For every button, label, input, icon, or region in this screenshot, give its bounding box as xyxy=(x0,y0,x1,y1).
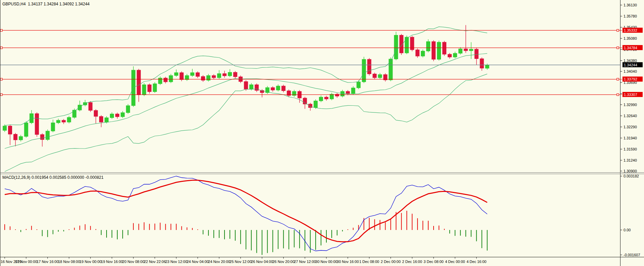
candle xyxy=(469,49,473,51)
time-tick-label: 24 Nov 20:00 xyxy=(208,260,230,264)
candle xyxy=(367,59,371,74)
price-tick-label: 1.35780 xyxy=(623,14,637,18)
candle xyxy=(319,97,323,101)
candle xyxy=(442,42,446,54)
level-badge-label: 1.33792 xyxy=(624,77,637,81)
candle xyxy=(233,72,237,77)
time-tick-label: 3 Dec 08:00 xyxy=(424,260,443,264)
candle xyxy=(115,114,119,117)
candle xyxy=(89,102,92,110)
candle xyxy=(78,105,82,110)
price-tick-label: 1.36130 xyxy=(623,3,637,7)
time-tick-label: 4 Dec 16:00 xyxy=(467,260,486,264)
candle xyxy=(340,91,344,96)
candle xyxy=(464,49,468,51)
candle xyxy=(249,85,253,89)
price-tick-label: 1.30900 xyxy=(623,169,637,173)
time-tick-label: 26 Nov 20:00 xyxy=(273,260,294,264)
time-tick-label: 27 Nov 12:00 xyxy=(294,260,316,264)
candle xyxy=(196,73,200,76)
candle xyxy=(153,84,157,92)
candle xyxy=(24,123,28,137)
current-price-badge-label: 1.34244 xyxy=(624,63,637,67)
time-tick-label: 22 Nov 22:06 xyxy=(144,260,166,264)
candle xyxy=(94,110,98,117)
level-handle[interactable] xyxy=(617,78,619,80)
time-tick-label: 4 Dec 00:00 xyxy=(445,260,465,264)
candle xyxy=(309,104,312,107)
price-tick-label: 1.32290 xyxy=(623,125,637,129)
price-tick-label: 1.34380 xyxy=(623,59,637,63)
candle xyxy=(169,75,173,82)
price-tick-label: 1.34040 xyxy=(623,69,637,73)
candle xyxy=(276,86,280,90)
candle xyxy=(217,74,221,78)
level-badge-label: 1.35332 xyxy=(624,28,637,32)
candle xyxy=(314,101,318,108)
price-tick-label: 1.31940 xyxy=(623,136,637,140)
level-handle[interactable] xyxy=(0,47,2,49)
candle xyxy=(458,49,462,53)
candle xyxy=(427,41,430,51)
time-tick-label: 17 Nov 00:00 xyxy=(15,260,37,264)
candle xyxy=(46,131,49,139)
level-handle[interactable] xyxy=(0,29,2,31)
candle xyxy=(389,59,393,80)
candle xyxy=(35,113,39,134)
level-handle[interactable] xyxy=(617,94,619,96)
candle xyxy=(13,134,17,140)
candle xyxy=(271,88,275,90)
candle xyxy=(105,118,109,122)
candle xyxy=(325,97,328,99)
time-tick-label: 25 Nov 12:00 xyxy=(230,260,251,264)
candle xyxy=(292,91,296,95)
time-tick-label: 30 Nov 16:00 xyxy=(337,260,359,264)
level-badge-label: 1.34784 xyxy=(624,46,637,50)
candle xyxy=(432,41,436,59)
candle xyxy=(121,113,124,117)
candle xyxy=(99,117,103,122)
time-tick-label: 2 Dec 00:00 xyxy=(381,260,401,264)
candle xyxy=(174,73,178,75)
level-handle[interactable] xyxy=(617,29,619,31)
candle xyxy=(158,78,162,84)
candle xyxy=(180,73,184,80)
chart-window: 1.361301.357801.354301.350801.347301.343… xyxy=(0,0,644,266)
time-tick-label: 18 Nov 08:00 xyxy=(58,260,80,264)
candle xyxy=(62,120,66,122)
candle xyxy=(228,72,232,76)
candle xyxy=(405,37,409,53)
time-tick-label: 20 Nov 08:00 xyxy=(122,260,144,264)
candle xyxy=(67,118,71,122)
level-handle[interactable] xyxy=(0,94,2,96)
macd-axis-label: 0.003182 xyxy=(623,174,639,178)
time-tick-label: 19 Nov 00:00 xyxy=(79,260,101,264)
candle xyxy=(207,75,210,80)
candle xyxy=(185,75,189,79)
candle xyxy=(142,85,146,95)
level-handle[interactable] xyxy=(617,47,619,49)
candle xyxy=(416,50,419,56)
candle xyxy=(3,126,7,130)
candle xyxy=(148,85,151,92)
candle xyxy=(480,59,484,68)
chart-background xyxy=(0,0,644,266)
time-tick-label: 1 Dec 08:00 xyxy=(359,260,379,264)
candle xyxy=(137,70,140,95)
time-tick-label: 17 Nov 16:00 xyxy=(37,260,58,264)
candle xyxy=(378,74,382,77)
candle xyxy=(373,74,376,78)
candle xyxy=(40,135,44,140)
candle xyxy=(448,54,451,57)
price-tick-label: 1.31240 xyxy=(623,158,637,162)
candle xyxy=(164,78,167,82)
time-tick-label: 23 Nov 12:00 xyxy=(165,260,187,264)
time-tick-label: 26 Nov 04:00 xyxy=(251,260,273,264)
time-tick-label: 30 Nov 00:00 xyxy=(315,260,337,264)
price-chart-canvas[interactable]: 1.361301.357801.354301.350801.347301.343… xyxy=(0,0,644,266)
candle xyxy=(351,88,355,94)
level-handle[interactable] xyxy=(0,78,2,80)
candle xyxy=(191,73,194,75)
level-badge-label: 1.33307 xyxy=(624,93,637,97)
candle xyxy=(437,42,441,59)
